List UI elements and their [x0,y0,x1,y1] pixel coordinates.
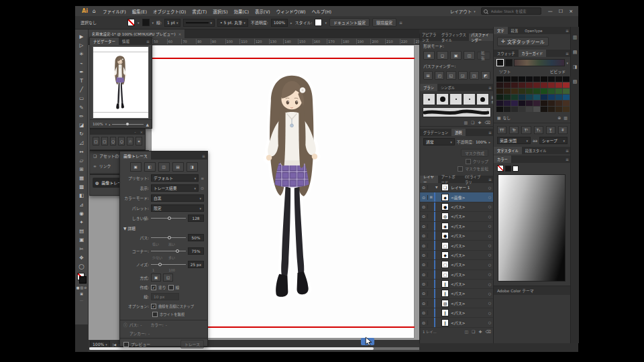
layers-footer-icon[interactable]: ◫ [464,329,468,334]
collapsed-panel-icon[interactable]: ▥ [573,35,578,40]
collapsed-panel-icon[interactable]: ◨ [573,64,578,70]
color-swatch[interactable] [563,107,570,112]
view-select[interactable]: トレース結果▾ [151,184,199,192]
color-white-swatch[interactable] [513,166,519,172]
fill-swatch[interactable] [127,19,135,26]
type-format-button[interactable]: TT [497,126,506,134]
color-black-swatch[interactable] [505,166,511,172]
color-swatch[interactable] [555,82,562,88]
layer-name[interactable]: <パス> [451,223,465,229]
tool-button[interactable]: ⊞ [76,165,87,174]
layer-row[interactable]: ⊙ ● <パス> ○ [420,202,494,212]
color-swatch[interactable] [548,95,555,100]
tab-appearance[interactable]: アピアランス [420,34,439,41]
layers-footer-icon[interactable]: ✚ [478,329,482,334]
chevron-down-icon[interactable]: ▾ [566,61,568,65]
layer-row[interactable]: ⊙ ⊠ ◆ <画像> ○ [420,192,494,202]
visibility-eye-icon[interactable]: ⊙ [420,224,428,229]
edit-colors-icon[interactable]: ⊕ [557,115,561,120]
color-swatch[interactable] [519,101,525,106]
layer-name[interactable]: <パス> [451,204,465,210]
tool-button[interactable]: ▭ [76,94,87,103]
tab-paragraph[interactable]: 段落 [508,27,522,34]
trace-button[interactable]: トレース [180,340,204,349]
tool-button[interactable]: ▷ [76,41,87,50]
navigator-preview[interactable] [90,45,152,120]
color-swatch[interactable] [533,88,540,94]
trace-preset-button[interactable]: ▤ [172,162,184,172]
preferences-button[interactable]: 環境設定 [372,18,396,27]
tool-button[interactable]: ✥ [76,253,87,262]
visibility-eye-icon[interactable]: ⊙ [420,310,428,315]
tool-button[interactable]: ⊿ [76,200,87,209]
shape-tool-icon[interactable]: ○ [110,137,117,145]
grayscale-ramp[interactable] [498,174,566,282]
tool-button[interactable]: ▶ [76,32,87,41]
threshold-value[interactable]: 128 [188,215,204,222]
pathfinder-button[interactable]: ◰ [435,71,444,80]
tool-button[interactable]: T [76,76,87,85]
transparency-opacity-value[interactable]: 100% [476,140,487,144]
expand-button[interactable]: 拡張 [477,52,490,60]
preset-select[interactable]: デフォルト▾ [151,174,199,182]
shape-tool-icon[interactable]: ▢ [93,137,99,145]
shape-mode-button[interactable]: ◫ [464,51,475,60]
ignore-white-checkbox[interactable] [152,312,158,317]
brush-item[interactable] [476,93,489,105]
layer-name[interactable]: <パス> [451,243,465,249]
shape-tool-icon[interactable]: ☆ [127,137,133,145]
anti-alias-select[interactable]: シャープ▾ [539,137,568,144]
tab-info[interactable]: 情報 [119,38,133,45]
color-swatch[interactable] [526,76,533,82]
color-swatch[interactable] [563,76,570,82]
brush-item[interactable] [436,93,449,105]
layer-name[interactable]: <パス> [451,213,465,219]
menu-item[interactable]: オブジェクト(O) [153,8,186,15]
close-icon[interactable]: × [138,129,145,135]
eye-icon[interactable]: ⊙ [201,186,204,190]
tool-button[interactable]: ▱ [76,156,87,165]
color-swatch[interactable] [541,95,547,100]
target-circle-icon[interactable]: ○ [488,243,491,247]
harmony-none-label[interactable]: なし [502,115,511,121]
draw-mode-button[interactable]: ▣ [80,292,83,296]
color-swatch[interactable] [496,107,503,112]
chevron-down-icon[interactable]: ▾ [138,21,140,25]
tab-layers[interactable]: レイヤー [420,176,438,183]
type-format-button[interactable]: T¹ [521,126,531,134]
color-swatch[interactable] [563,101,570,106]
color-swatch[interactable] [548,101,555,106]
tab-artboards[interactable]: アートボード [438,176,462,183]
target-circle-icon[interactable]: ○ [488,292,491,296]
target-circle-icon[interactable]: ○ [488,263,491,267]
home-icon[interactable]: ⌂ [93,8,96,14]
layer-name[interactable]: <パス> [451,261,465,267]
type-format-button[interactable]: T₁ [534,126,543,134]
search-input[interactable] [490,9,539,14]
tab-paragraph-styles[interactable]: 段落スタイル [522,147,550,154]
layer-name[interactable]: <パス> [451,310,465,316]
color-swatch[interactable] [504,82,511,88]
layer-row[interactable]: ⊙ ◉ <パス> ○ [420,222,494,231]
advanced-toggle[interactable]: ▼ 詳細 [123,225,136,231]
chevron-down-icon[interactable]: ▾ [105,122,107,126]
visibility-eye-icon[interactable]: ⊙ [420,195,428,200]
visibility-eye-icon[interactable]: ⊙ [420,214,428,219]
trace-preset-button[interactable]: ◧ [144,162,156,172]
snap-curves-checkbox[interactable]: ✓ [151,304,156,309]
base-color-swatch[interactable] [496,59,504,66]
menu-item[interactable]: 効果(C) [233,8,249,15]
tool-button[interactable]: ◉ [76,209,87,218]
target-circle-icon[interactable]: ○ [488,282,491,286]
layer-row[interactable]: ⊙ ▢ <パス> ○ [420,260,494,269]
opacity-field[interactable]: 100% [271,19,288,27]
color-swatch[interactable] [511,88,518,94]
color-swatch[interactable] [526,88,533,94]
brush-footer-icon[interactable]: ⌫ [485,120,490,125]
style-swatch[interactable] [315,19,322,26]
color-swatch[interactable] [548,88,555,94]
corners-slider[interactable] [151,251,186,251]
chevron-down-icon[interactable]: ▾ [152,21,154,25]
color-button[interactable]: ■ [76,286,80,290]
color-swatch[interactable] [541,101,547,106]
